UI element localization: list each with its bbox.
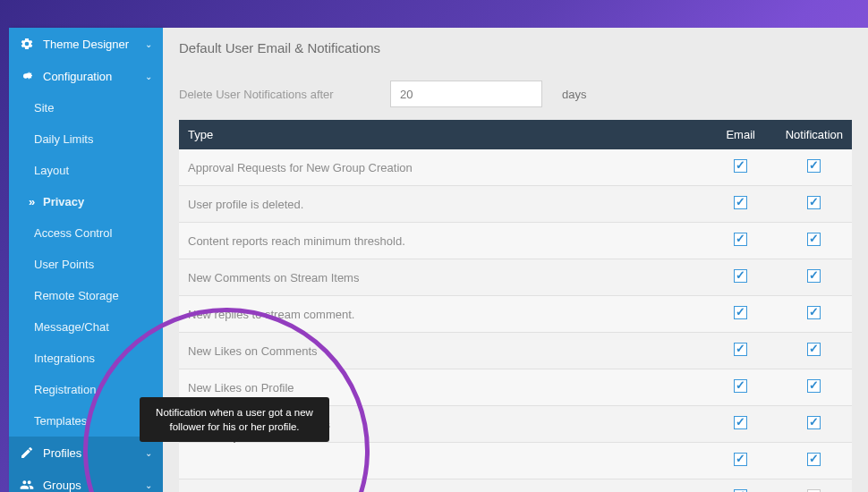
table-row	[179, 479, 852, 493]
sidebar-label: Configuration	[43, 70, 112, 83]
sidebar-label: Groups	[43, 479, 81, 492]
sidebar-item-label: Remote Storage	[34, 289, 119, 302]
sidebar-item-theme-designer[interactable]: Theme Designer ⌄	[9, 28, 163, 60]
sidebar-item-message-chat[interactable]: Message/Chat	[9, 311, 163, 343]
notification-checkbox[interactable]	[807, 306, 821, 319]
sidebar-item-access-control[interactable]: Access Control	[9, 217, 163, 249]
chevron-down-icon: ⌄	[145, 72, 152, 81]
delete-after-row: Delete User Notifications after days	[179, 81, 852, 107]
chevron-down-icon: ⌄	[145, 39, 152, 49]
notification-checkbox[interactable]	[807, 416, 821, 429]
chevron-down-icon: ⌄	[145, 448, 152, 458]
email-checkbox[interactable]	[734, 196, 747, 209]
notification-checkbox[interactable]	[807, 159, 821, 173]
sidebar-item-site[interactable]: Site	[9, 92, 163, 123]
notification-checkbox[interactable]	[807, 269, 821, 283]
sidebar-item-label: Templates	[34, 414, 87, 428]
row-label: Approval Requests for New Group Creation	[179, 149, 705, 186]
sidebar-item-groups[interactable]: Groups ⌄	[9, 469, 163, 492]
sidebar-item-label: Layout	[34, 164, 69, 177]
email-checkbox[interactable]	[734, 233, 747, 246]
sidebar-item-remote-storage[interactable]: Remote Storage	[9, 280, 163, 311]
sidebar-item-integrations[interactable]: Integrations	[9, 343, 163, 374]
row-label: New Comments on Stream Items	[179, 259, 705, 296]
row-label: Content reports reach minimum threshold.	[179, 223, 705, 259]
sidebar-item-label: Integrations	[34, 352, 95, 365]
sidebar-item-configuration[interactable]: Configuration ⌄	[9, 60, 163, 92]
email-checkbox[interactable]	[734, 159, 747, 173]
table-row: User profile is deleted.	[179, 186, 852, 223]
table-row: Content reports reach minimum threshold.	[179, 223, 852, 259]
sidebar-item-privacy[interactable]: Privacy	[9, 186, 163, 217]
notification-checkbox[interactable]	[807, 379, 821, 393]
email-checkbox[interactable]	[734, 343, 747, 356]
sidebar-item-label: Privacy	[43, 195, 84, 208]
table-row: Approval Requests for New Group Creation	[179, 149, 852, 186]
table-row	[179, 443, 852, 479]
email-checkbox[interactable]	[734, 453, 747, 466]
sidebar-item-daily-limits[interactable]: Daily Limits	[9, 123, 163, 155]
email-checkbox[interactable]	[734, 306, 747, 319]
notification-checkbox[interactable]	[807, 343, 821, 356]
edit-icon	[20, 445, 34, 460]
sidebar-label: Profiles	[43, 446, 81, 460]
table-row: New Likes on Comments	[179, 333, 852, 369]
gears-icon	[20, 69, 34, 83]
users-icon	[20, 478, 34, 492]
notification-checkbox[interactable]	[807, 196, 821, 209]
sidebar-item-label: Daily Limits	[34, 132, 93, 146]
sidebar-item-profiles[interactable]: Profiles ⌄	[9, 437, 163, 469]
sidebar-item-label: Access Control	[34, 226, 112, 240]
sidebar-item-label: User Points	[34, 258, 94, 271]
sidebar-label: Theme Designer	[43, 38, 129, 51]
table-row: New Comments on Stream Items	[179, 259, 852, 296]
row-label: New Likes on Comments	[179, 333, 705, 369]
sidebar-item-label: Message/Chat	[34, 320, 109, 334]
tooltip: Notification when a user got a new follo…	[140, 397, 329, 442]
sidebar-item-label: Site	[34, 101, 54, 115]
col-type: Type	[179, 120, 705, 149]
row-label	[179, 479, 705, 493]
email-checkbox[interactable]	[734, 379, 747, 393]
email-checkbox[interactable]	[734, 416, 747, 429]
col-notification: Notification	[777, 120, 852, 149]
sidebar-item-user-points[interactable]: User Points	[9, 249, 163, 280]
col-email: Email	[705, 120, 777, 149]
days-label: days	[562, 88, 586, 101]
delete-after-input[interactable]	[390, 81, 542, 107]
sidebar-item-layout[interactable]: Layout	[9, 155, 163, 186]
row-label	[179, 443, 705, 479]
page-title: Default User Email & Notifications	[163, 28, 868, 68]
notification-checkbox[interactable]	[807, 453, 821, 466]
notification-checkbox[interactable]	[807, 233, 821, 246]
gear-icon	[20, 37, 34, 51]
email-checkbox[interactable]	[734, 269, 747, 283]
table-row: New replies to stream comment.	[179, 296, 852, 333]
chevron-down-icon: ⌄	[145, 480, 152, 490]
row-label: User profile is deleted.	[179, 186, 705, 223]
sidebar-item-label: Registration	[34, 383, 96, 396]
row-label: New replies to stream comment.	[179, 296, 705, 333]
delete-after-label: Delete User Notifications after	[179, 88, 370, 101]
